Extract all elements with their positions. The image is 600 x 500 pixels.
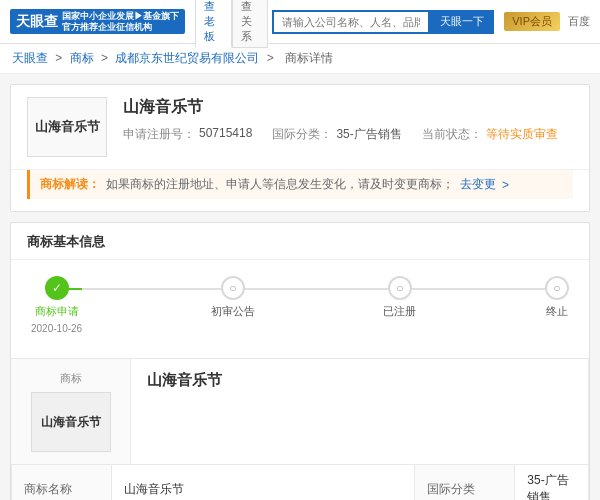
tm-title: 山海音乐节 xyxy=(123,97,573,118)
step-circle-registered: ○ xyxy=(388,276,412,300)
step-label-terminate: 终止 xyxy=(546,304,568,319)
step-label-apply: 商标申请 xyxy=(35,304,79,319)
search-button[interactable]: 天眼一下 xyxy=(430,10,494,34)
tm-meta: 申请注册号： 50715418 国际分类： 35-广告销售 当前状态： 等待实质… xyxy=(123,126,573,143)
progress-steps: ✓ 商标申请 2020-10-26 ○ 初审公告 ○ 已注册 ○ 终止 xyxy=(31,276,569,334)
search-area: 查老板 查关系 天眼一下 xyxy=(195,0,494,48)
tm-image-label: 商标 xyxy=(60,371,82,386)
header-right: VIP会员 百度 xyxy=(504,12,590,31)
step-label-publish: 初审公告 xyxy=(211,304,255,319)
step-circle-terminate: ○ xyxy=(545,276,569,300)
progress-section: ✓ 商标申请 2020-10-26 ○ 初审公告 ○ 已注册 ○ 终止 xyxy=(11,260,589,358)
breadcrumb-mark[interactable]: 商标 xyxy=(70,51,94,65)
info-val-right-0: 35-广告销售 xyxy=(515,465,589,501)
header: 天眼查 国家中小企业发展▶基金旗下 官方推荐企业征信机构 查老板 查关系 天眼一… xyxy=(0,0,600,44)
tm-header-card: 山海音乐节 山海音乐节 申请注册号： 50715418 国际分类： 35-广告销… xyxy=(10,84,590,212)
tm-info: 山海音乐节 申请注册号： 50715418 国际分类： 35-广告销售 当前状态… xyxy=(123,97,573,143)
step-date-apply: 2020-10-26 xyxy=(31,323,82,334)
info-table: 商标名称山海音乐节国际分类35-广告销售申请/注册号50715418申请日期20… xyxy=(11,464,589,500)
breadcrumb-home[interactable]: 天眼查 xyxy=(12,51,48,65)
notice-text: 如果商标的注册地址、申请人等信息发生变化，请及时变更商标； xyxy=(106,176,454,193)
tm-image-box: 山海音乐节 xyxy=(31,392,111,452)
tm-name-cell: 山海音乐节 xyxy=(131,359,589,464)
step-label-registered: 已注册 xyxy=(383,304,416,319)
breadcrumb-company[interactable]: 成都京东世纪贸易有限公司 xyxy=(115,51,259,65)
search-tabs: 查老板 查关系 xyxy=(195,0,268,48)
step-circle-publish: ○ xyxy=(221,276,245,300)
tm-status: 当前状态： 等待实质审查 xyxy=(422,126,558,143)
tm-image-cell: 商标 山海音乐节 xyxy=(11,359,131,464)
section-title: 商标基本信息 xyxy=(11,223,589,260)
notice-arrow: > xyxy=(502,178,509,192)
progress-track: ✓ 商标申请 2020-10-26 ○ 初审公告 ○ 已注册 ○ 终止 xyxy=(31,276,569,334)
breadcrumb-sep1: > xyxy=(55,51,62,65)
search-input[interactable] xyxy=(272,10,430,34)
tm-header: 山海音乐节 山海音乐节 申请注册号： 50715418 国际分类： 35-广告销… xyxy=(11,85,589,170)
step-circle-apply: ✓ xyxy=(45,276,69,300)
logo-box[interactable]: 天眼查 国家中小企业发展▶基金旗下 官方推荐企业征信机构 xyxy=(10,9,185,35)
tm-logo-box: 山海音乐节 xyxy=(27,97,107,157)
basic-info-card: 商标基本信息 ✓ 商标申请 2020-10-26 ○ 初审公告 xyxy=(10,222,590,500)
step-publish: ○ 初审公告 xyxy=(211,276,255,334)
vip-button[interactable]: VIP会员 xyxy=(504,12,560,31)
step-apply: ✓ 商标申请 2020-10-26 xyxy=(31,276,82,334)
logo-area: 天眼查 国家中小企业发展▶基金旗下 官方推荐企业征信机构 xyxy=(10,9,185,35)
search-tab-company[interactable]: 查老板 xyxy=(195,0,232,48)
notice-link[interactable]: 去变更 xyxy=(460,176,496,193)
breadcrumb: 天眼查 > 商标 > 成都京东世纪贸易有限公司 > 商标详情 xyxy=(0,44,600,74)
step-registered: ○ 已注册 xyxy=(383,276,416,334)
tm-name-val: 山海音乐节 xyxy=(147,371,572,390)
breadcrumb-sep2: > xyxy=(101,51,108,65)
notice-label: 商标解读： xyxy=(40,176,100,193)
step-terminate: ○ 终止 xyxy=(545,276,569,334)
breadcrumb-sep3: > xyxy=(267,51,274,65)
tm-intl-class: 国际分类： 35-广告销售 xyxy=(272,126,401,143)
info-label-left-0: 商标名称 xyxy=(12,465,112,501)
tm-image-row: 商标 山海音乐节 山海音乐节 xyxy=(11,358,589,464)
logo-text: 天眼查 xyxy=(16,13,58,31)
tm-reg-no: 申请注册号： 50715418 xyxy=(123,126,252,143)
logo-subtitle: 国家中小企业发展▶基金旗下 官方推荐企业征信机构 xyxy=(62,11,179,33)
search-input-wrap: 天眼一下 xyxy=(272,10,494,34)
breadcrumb-current: 商标详情 xyxy=(285,51,333,65)
search-tab-relation[interactable]: 查关系 xyxy=(232,0,269,48)
info-val-left-0: 山海音乐节 xyxy=(112,465,415,501)
info-label-right-0: 国际分类 xyxy=(415,465,515,501)
notice-bar: 商标解读： 如果商标的注册地址、申请人等信息发生变化，请及时变更商标； 去变更 … xyxy=(27,170,573,199)
main-content: 山海音乐节 山海音乐节 申请注册号： 50715418 国际分类： 35-广告销… xyxy=(0,74,600,500)
baidu-link[interactable]: 百度 xyxy=(568,14,590,29)
